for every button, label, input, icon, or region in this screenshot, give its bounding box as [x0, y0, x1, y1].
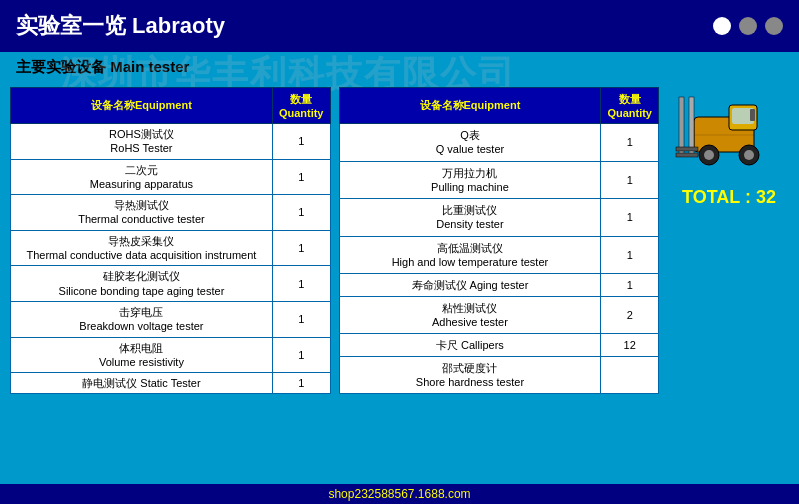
equipment-qty: 1: [601, 124, 659, 162]
table-row: 邵式硬度计Shore hardness tester: [339, 356, 659, 394]
table-row: 静电测试仪 Static Tester1: [11, 373, 331, 394]
equipment-qty: 1: [601, 236, 659, 274]
equipment-qty: 1: [272, 124, 330, 160]
table-row: 硅胶老化测试仪Silicone bonding tape aging teste…: [11, 266, 331, 302]
table-row: 二次元Measuring apparatus1: [11, 159, 331, 195]
table-row: 粘性测试仪Adhesive tester2: [339, 296, 659, 334]
page-title: 实验室一览 Labraoty: [16, 11, 225, 41]
equipment-name: 粘性测试仪Adhesive tester: [339, 296, 601, 334]
equipment-qty: 1: [601, 161, 659, 199]
right-col1-header: 设备名称Equipment: [339, 88, 601, 124]
equipment-qty: 1: [601, 274, 659, 296]
equipment-name: 邵式硬度计Shore hardness tester: [339, 356, 601, 394]
equipment-name: 导热测试仪Thermal conductive tester: [11, 195, 273, 231]
table-row: 比重测试仪Density tester1: [339, 199, 659, 237]
equipment-name: ROHS测试仪RoHS Tester: [11, 124, 273, 160]
equipment-name: 硅胶老化测试仪Silicone bonding tape aging teste…: [11, 266, 273, 302]
svg-rect-3: [679, 97, 684, 155]
table-row: 高低温测试仪High and low temperature tester1: [339, 236, 659, 274]
equipment-name: 静电测试仪 Static Tester: [11, 373, 273, 394]
header: 实验室一览 Labraoty: [0, 0, 799, 52]
left-table: 设备名称Equipment 数量Quantity ROHS测试仪RoHS Tes…: [10, 87, 331, 394]
tables-row: 设备名称Equipment 数量Quantity ROHS测试仪RoHS Tes…: [10, 87, 659, 394]
table-row: 导热测试仪Thermal conductive tester1: [11, 195, 331, 231]
table-row: 导热皮采集仪Thermal conductive data acquisitio…: [11, 230, 331, 266]
equipment-name: Q表Q value tester: [339, 124, 601, 162]
equipment-qty: 1: [272, 195, 330, 231]
table-row: ROHS测试仪RoHS Tester1: [11, 124, 331, 160]
svg-rect-4: [689, 97, 694, 155]
table-row: 击穿电压Breakdown voltage tester1: [11, 301, 331, 337]
left-col1-header: 设备名称Equipment: [11, 88, 273, 124]
forklift-image: [674, 87, 784, 177]
dot-1: [713, 17, 731, 35]
right-col2-header: 数量Quantity: [601, 88, 659, 124]
svg-point-8: [704, 150, 714, 160]
svg-rect-6: [676, 153, 698, 157]
dot-2: [739, 17, 757, 35]
table-row: 万用拉力机Pulling machine1: [339, 161, 659, 199]
footer: shop232588567.1688.com: [0, 484, 799, 504]
total-label: TOTAL : 32: [682, 187, 776, 208]
equipment-qty: [601, 356, 659, 394]
equipment-qty: 1: [272, 301, 330, 337]
equipment-name: 比重测试仪Density tester: [339, 199, 601, 237]
equipment-qty: 1: [601, 199, 659, 237]
equipment-qty: 12: [601, 334, 659, 356]
equipment-qty: 1: [272, 230, 330, 266]
subheader: 主要实验设备 Main tester: [0, 52, 799, 83]
equipment-name: 二次元Measuring apparatus: [11, 159, 273, 195]
svg-rect-5: [676, 147, 698, 151]
equipment-qty: 2: [601, 296, 659, 334]
main-content: 设备名称Equipment 数量Quantity ROHS测试仪RoHS Tes…: [0, 83, 799, 398]
dot-3: [765, 17, 783, 35]
equipment-qty: 1: [272, 159, 330, 195]
table-row: 寿命测试仪 Aging tester1: [339, 274, 659, 296]
equipment-qty: 1: [272, 373, 330, 394]
equipment-name: 卡尺 Callipers: [339, 334, 601, 356]
equipment-qty: 1: [272, 266, 330, 302]
equipment-name: 寿命测试仪 Aging tester: [339, 274, 601, 296]
equipment-qty: 1: [272, 337, 330, 373]
equipment-name: 万用拉力机Pulling machine: [339, 161, 601, 199]
table-row: 卡尺 Callipers12: [339, 334, 659, 356]
side-panel: TOTAL : 32: [669, 87, 789, 394]
equipment-name: 导热皮采集仪Thermal conductive data acquisitio…: [11, 230, 273, 266]
svg-point-10: [744, 150, 754, 160]
header-dots: [713, 17, 783, 35]
svg-rect-11: [750, 109, 755, 121]
equipment-name: 击穿电压Breakdown voltage tester: [11, 301, 273, 337]
table-row: Q表Q value tester1: [339, 124, 659, 162]
table-row: 体积电阻Volume resistivity1: [11, 337, 331, 373]
left-col2-header: 数量Quantity: [272, 88, 330, 124]
equipment-name: 高低温测试仪High and low temperature tester: [339, 236, 601, 274]
right-table: 设备名称Equipment 数量Quantity Q表Q value teste…: [339, 87, 660, 394]
equipment-name: 体积电阻Volume resistivity: [11, 337, 273, 373]
